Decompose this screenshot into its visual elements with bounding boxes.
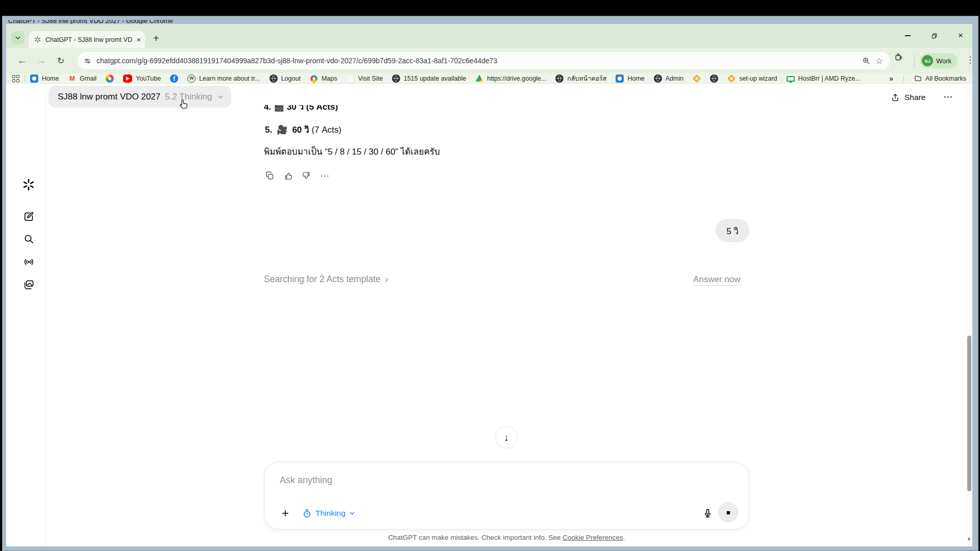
bookmark-item[interactable]: HostBrr | AMD Ryze...	[787, 75, 861, 82]
bookmark-item[interactable]: กลับหน้าคอร์ส	[555, 73, 606, 84]
forward-button[interactable]: →	[34, 48, 49, 73]
browser-tab[interactable]: ChatGPT - SJ88 lnw promt VDO ×	[29, 31, 145, 48]
more-actions-icon[interactable]: ⋯	[320, 170, 329, 181]
composer: + Thinking ■	[264, 462, 749, 530]
thinking-mode-button[interactable]: Thinking	[298, 505, 359, 522]
movie-camera-emoji: 🎥	[277, 124, 287, 135]
bookmark-label: set-up wizard	[739, 75, 777, 82]
bookmark-item[interactable]: Home	[616, 74, 644, 83]
status-text: Searching for 2 Acts template	[264, 274, 381, 285]
browser-menu-icon[interactable]: ⋮	[966, 55, 974, 65]
chatgpt-logo-icon[interactable]	[22, 178, 35, 191]
bookmark-star-icon[interactable]: ☆	[875, 56, 883, 66]
scrollbar-down-arrow[interactable]: ▼	[967, 537, 971, 542]
maps-icon	[309, 73, 318, 83]
bookmark-item[interactable]	[693, 74, 701, 83]
scroll-to-bottom-button[interactable]: ↓	[495, 426, 518, 448]
thumbs-down-icon[interactable]	[302, 171, 311, 181]
bookmark-item[interactable]: YouTube	[123, 74, 161, 83]
zoom-icon[interactable]	[862, 57, 870, 65]
list-number: 5.	[265, 125, 272, 135]
conversation-menu-icon[interactable]: ⋯	[943, 91, 953, 102]
minimize-icon	[905, 35, 911, 36]
bookmark-item[interactable]: Learn more about tr...	[187, 74, 260, 83]
apps-grid-icon[interactable]	[12, 75, 19, 82]
thumbs-up-icon[interactable]	[283, 171, 293, 181]
list-item-rest: (7 Acts)	[311, 125, 341, 135]
close-window-button[interactable]: ×	[954, 29, 967, 42]
tab-title: ChatGPT - SJ88 lnw promt VDO	[45, 36, 132, 43]
bookmarks-list: HomeGmailYouTubeLearn more about tr...Lo…	[30, 73, 885, 84]
tab-search-button[interactable]	[11, 31, 24, 44]
restore-button[interactable]	[927, 29, 941, 42]
thinking-label: Thinking	[315, 509, 346, 518]
profile-button[interactable]: SJ Work	[920, 53, 958, 68]
monitor-icon	[787, 76, 795, 82]
answer-now-link[interactable]: Answer now	[693, 274, 741, 286]
copy-icon[interactable]	[265, 171, 275, 181]
bookmark-label: 1515 update available	[404, 75, 466, 82]
diamond-icon	[693, 74, 701, 82]
bookmark-item[interactable]: Maps	[310, 74, 337, 83]
bookmark-label: https://drive.google...	[487, 75, 546, 82]
bookmark-item[interactable]: Gmail	[68, 74, 96, 83]
minimize-button[interactable]	[901, 29, 914, 42]
new-chat-icon[interactable]	[22, 210, 35, 223]
conversation-title: SJ88 lnw promt VDO 2027	[58, 92, 160, 102]
globe-icon	[654, 74, 662, 83]
mouse-cursor	[178, 98, 189, 110]
list-item-bold: 60 วิ	[292, 125, 309, 135]
address-bar[interactable]: chatgpt.com/g/g-6992efdd4038819191740499…	[78, 52, 890, 69]
bookmark-label: Maps	[322, 75, 337, 82]
bookmark-item[interactable]: Home	[30, 74, 59, 83]
library-icon[interactable]	[22, 278, 35, 291]
bookmark-label: Gmail	[80, 75, 96, 82]
message-input[interactable]	[279, 472, 636, 488]
chevron-down-icon	[15, 35, 21, 41]
search-status[interactable]: Searching for 2 Acts template ›	[264, 274, 388, 285]
bookmark-item[interactable]: 1515 update available	[392, 74, 466, 83]
tab-close-icon[interactable]: ×	[136, 36, 141, 43]
bookmarks-right: » All Bookmarks	[889, 74, 966, 83]
bookmark-item[interactable]: Logout	[270, 74, 301, 83]
sidebar	[6, 84, 46, 546]
back-button[interactable]: ←	[14, 48, 30, 73]
broadcast-icon[interactable]	[22, 255, 35, 268]
voice-input-button[interactable]	[702, 508, 713, 519]
bookmark-label: กลับหน้าคอร์ส	[567, 73, 606, 84]
chevron-right-icon: ›	[385, 274, 388, 285]
bookmark-item[interactable]	[170, 74, 178, 83]
url-text[interactable]: chatgpt.com/g/g-6992efdd4038819191740499…	[96, 57, 857, 65]
stop-button[interactable]: ■	[718, 502, 739, 522]
conversation-title-button[interactable]: SJ88 lnw promt VDO 2027 5.2 Thinking	[48, 86, 231, 108]
extensions-icon[interactable]	[894, 53, 903, 61]
youtube-icon	[123, 74, 132, 83]
scrollbar-thumb[interactable]	[967, 336, 971, 491]
all-bookmarks-button[interactable]: All Bookmarks	[914, 74, 966, 82]
clipped-list-item: 4. 🎬 30 วิ (5 Acts)	[264, 105, 550, 114]
bookmark-item[interactable]: https://drive.google...	[475, 74, 546, 83]
bookmark-item[interactable]: Visit Site	[346, 74, 382, 83]
bookmark-item[interactable]: set-up wizard	[727, 74, 777, 83]
arrow-down-icon: ↓	[504, 432, 509, 443]
photos-icon	[106, 74, 114, 83]
reload-button[interactable]: ↻	[53, 48, 68, 73]
new-tab-button[interactable]: +	[153, 33, 159, 43]
attach-button[interactable]: +	[277, 505, 294, 522]
disclaimer: ChatGPT can make mistakes. Check importa…	[264, 534, 749, 541]
screen: { "colors": {"accent_blue": "#0f86ff", "…	[0, 0, 980, 551]
list-item: 5. 🎥 60 วิ (7 Acts)	[265, 122, 341, 136]
bookmarks-overflow-icon[interactable]: »	[889, 74, 893, 83]
blank-icon	[346, 74, 354, 83]
share-label: Share	[904, 93, 925, 102]
cookie-preferences-link[interactable]: Cookie Preferences	[562, 534, 623, 541]
search-icon[interactable]	[22, 232, 35, 245]
bookmark-item[interactable]: Admin	[654, 74, 683, 83]
bookmark-item[interactable]	[106, 74, 114, 83]
site-info-icon[interactable]	[84, 57, 91, 65]
globe-icon	[270, 74, 278, 83]
bookmark-item[interactable]	[710, 74, 718, 83]
bookmark-label: Home	[42, 75, 59, 82]
stopwatch-icon	[302, 509, 312, 518]
share-button[interactable]: Share	[891, 93, 925, 102]
